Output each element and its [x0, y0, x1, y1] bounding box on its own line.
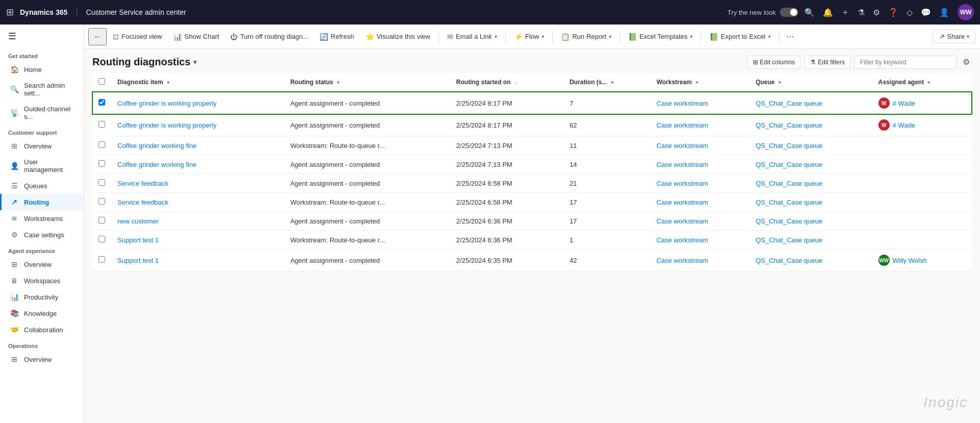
diagnostic-item-link[interactable]: Service feedback — [117, 180, 168, 187]
waffle-icon[interactable]: ⊞ — [6, 7, 14, 18]
row-checkbox[interactable] — [99, 236, 105, 242]
diagnostic-item-link[interactable]: Service feedback — [117, 198, 168, 206]
queue-link[interactable]: QS_Chat_Case queue — [755, 198, 822, 206]
chat-icon[interactable]: 💬 — [921, 8, 931, 17]
diagnostic-item-link[interactable]: Support test 1 — [117, 236, 159, 244]
col-queue[interactable]: Queue ▾ — [749, 73, 872, 92]
diagnostic-item-link[interactable]: Coffee grinder is working properly — [117, 99, 216, 107]
sidebar-item-search-admin[interactable]: 🔍 Search admin sett... — [0, 78, 84, 101]
refresh-button[interactable]: 🔄 Refresh — [314, 30, 359, 44]
sidebar-item-routing[interactable]: ↗ Routing — [0, 194, 84, 210]
show-chart-button[interactable]: 📊 Show Chart — [168, 30, 224, 44]
page-title-dropdown-icon[interactable]: ▾ — [193, 59, 197, 66]
col-routing-started-on[interactable]: Routing started on ↓ — [450, 73, 564, 92]
row-checkbox[interactable] — [99, 217, 105, 223]
workstream-link[interactable]: Case workstream — [656, 161, 708, 168]
account-icon[interactable]: 👤 — [939, 8, 949, 17]
more-options-icon[interactable]: ··· — [782, 28, 798, 45]
col-assigned-agent[interactable]: Assigned agent ▾ — [872, 73, 972, 92]
try-new-look-toggle[interactable] — [780, 8, 798, 17]
bell-icon[interactable]: 🔔 — [823, 8, 833, 17]
excel-templates-button[interactable]: 📗 Excel Templates ▾ — [623, 30, 698, 44]
row-checkbox[interactable] — [99, 141, 105, 148]
sidebar-item-case-settings[interactable]: ⚙ Case settings — [0, 227, 84, 243]
filter-by-keyword-input[interactable] — [854, 56, 957, 69]
workstream-link[interactable]: Case workstream — [656, 257, 708, 264]
sidebar-item-overview-ae[interactable]: ⊞ Overview — [0, 256, 84, 272]
table-container: Diagnostic item ▾ Routing status ▾ Routi… — [84, 73, 980, 423]
flow-button[interactable]: ⚡ Flow ▾ — [509, 30, 549, 44]
feedback-icon[interactable]: ◇ — [906, 8, 913, 17]
workstream-link[interactable]: Case workstream — [656, 180, 708, 187]
sidebar-item-overview-ops[interactable]: ⊞ Overview — [0, 351, 84, 367]
visualize-view-button[interactable]: ⭐ Visualize this view — [360, 30, 435, 44]
table-row: Support test 1Agent assignment - complet… — [92, 250, 972, 271]
select-all-checkbox[interactable] — [99, 78, 105, 85]
edit-columns-button[interactable]: ⊞ Edit columns — [747, 56, 801, 69]
queue-link[interactable]: QS_Chat_Case queue — [755, 180, 822, 187]
workstream-link[interactable]: Case workstream — [656, 121, 708, 129]
duration-cell: 17 — [564, 193, 650, 212]
sidebar-item-home[interactable]: 🏠 Home — [0, 61, 84, 78]
col-duration[interactable]: Duration (s... ▾ — [564, 73, 650, 92]
diagnostic-item-link[interactable]: Coffee grinder working fine — [117, 161, 197, 168]
user-avatar[interactable]: WW — [958, 4, 974, 20]
queue-link[interactable]: QS_Chat_Case queue — [755, 121, 822, 129]
run-report-button[interactable]: 📋 Run Report ▾ — [556, 30, 616, 44]
row-checkbox[interactable] — [99, 198, 105, 205]
agent-name-link[interactable]: # Wade — [893, 99, 915, 107]
sidebar-item-collaboration[interactable]: 🤝 Collaboration — [0, 321, 84, 338]
plus-icon[interactable]: ＋ — [841, 7, 849, 18]
diagnostic-item-link[interactable]: Coffee grinder working fine — [117, 142, 197, 150]
sidebar-hamburger[interactable]: ☰ — [0, 24, 84, 48]
queue-link[interactable]: QS_Chat_Case queue — [755, 142, 822, 150]
workstream-link[interactable]: Case workstream — [656, 236, 708, 244]
email-link-button[interactable]: ✉ Email a Link ▾ — [442, 30, 502, 44]
sidebar-item-workstreams[interactable]: ≋ Workstreams — [0, 210, 84, 227]
help-icon[interactable]: ❓ — [888, 8, 898, 17]
queue-link[interactable]: QS_Chat_Case queue — [755, 217, 822, 225]
queue-link[interactable]: QS_Chat_Case queue — [755, 257, 822, 264]
back-button[interactable]: ← — [88, 28, 107, 45]
page-title-text: Routing diagnostics — [92, 56, 190, 68]
assigned-agent-cell — [872, 212, 972, 231]
routing-status-cell: Workstream: Route-to-queue r... — [284, 193, 450, 212]
queue-link[interactable]: QS_Chat_Case queue — [755, 161, 822, 168]
queue-link[interactable]: QS_Chat_Case queue — [755, 236, 822, 244]
queue-link[interactable]: QS_Chat_Case queue — [755, 99, 822, 107]
row-checkbox[interactable] — [99, 160, 105, 167]
settings-icon[interactable]: ⚙ — [873, 8, 880, 17]
column-settings-icon[interactable]: ⚙ — [961, 55, 972, 69]
sidebar-item-user-management[interactable]: 👤 User management — [0, 154, 84, 178]
workstream-link[interactable]: Case workstream — [656, 99, 708, 107]
sidebar-item-guided-channel[interactable]: 📡 Guided channel s... — [0, 101, 84, 125]
share-button[interactable]: ↗ Share ▾ — [933, 30, 976, 43]
filter-icon[interactable]: ⚗ — [857, 8, 865, 17]
workstream-link[interactable]: Case workstream — [656, 198, 708, 206]
diagnostic-item-link[interactable]: Support test 1 — [117, 257, 159, 264]
row-checkbox[interactable] — [99, 121, 105, 128]
row-checkbox[interactable] — [99, 179, 105, 186]
row-checkbox[interactable] — [99, 99, 105, 106]
edit-filters-button[interactable]: ⚗ Edit filters — [804, 56, 850, 69]
sidebar-item-productivity[interactable]: 📊 Productivity — [0, 289, 84, 305]
turn-off-routing-button[interactable]: ⏻ Turn off routing diagn... — [225, 30, 313, 44]
sidebar-item-queues[interactable]: ☰ Queues — [0, 178, 84, 194]
agent-name-link[interactable]: Willy Wolsh — [893, 257, 927, 264]
focused-view-button[interactable]: ⊡ Focused view — [108, 30, 167, 44]
row-checkbox[interactable] — [99, 256, 105, 263]
agent-name-link[interactable]: # Wade — [893, 121, 915, 129]
col-diagnostic-item[interactable]: Diagnostic item ▾ — [111, 73, 284, 92]
select-all-checkbox-header[interactable] — [92, 73, 111, 92]
col-workstream[interactable]: Workstream ▾ — [650, 73, 749, 92]
workstream-link[interactable]: Case workstream — [656, 142, 708, 150]
col-routing-status[interactable]: Routing status ▾ — [284, 73, 450, 92]
export-excel-button[interactable]: 📗 Export to Excel ▾ — [704, 30, 775, 44]
diagnostic-item-link[interactable]: new customer — [117, 217, 159, 225]
sidebar-item-workspaces[interactable]: 🖥 Workspaces — [0, 272, 84, 289]
diagnostic-item-link[interactable]: Coffee grinder is working properly — [117, 121, 216, 129]
workstream-link[interactable]: Case workstream — [656, 217, 708, 225]
sidebar-item-knowledge[interactable]: 📚 Knowledge — [0, 305, 84, 321]
sidebar-item-overview-cs[interactable]: ⊞ Overview — [0, 138, 84, 154]
search-icon[interactable]: 🔍 — [804, 8, 815, 17]
